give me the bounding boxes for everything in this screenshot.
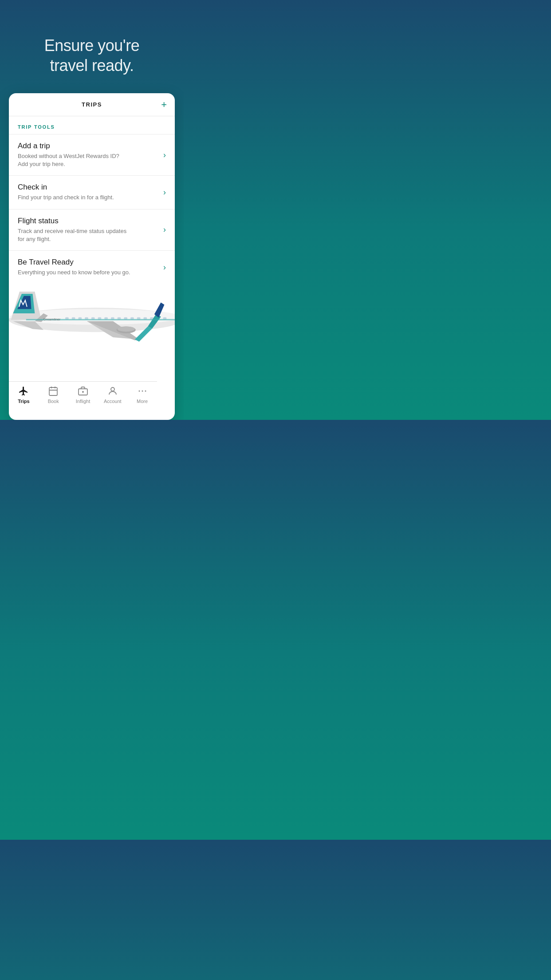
add-trip-button[interactable]: +: [161, 100, 167, 110]
svg-text:Dreamliner: Dreamliner: [43, 317, 61, 321]
inflight-label: Inflight: [76, 399, 90, 404]
main-card: TRIPS + TRIP TOOLS Add a trip Booked wit…: [9, 93, 175, 420]
list-item-add-trip[interactable]: Add a trip Booked without a WestJet Rewa…: [9, 134, 175, 175]
svg-point-29: [111, 387, 114, 391]
check-in-title: Check in: [18, 183, 159, 192]
account-icon: [107, 385, 118, 397]
add-trip-subtitle: Booked without a WestJet Rewards ID?Add …: [18, 152, 159, 168]
svg-point-32: [145, 391, 146, 392]
nav-more[interactable]: More: [127, 385, 157, 404]
be-travel-ready-subtitle: Everything you need to know before you g…: [18, 269, 159, 277]
add-trip-title: Add a trip: [18, 142, 159, 150]
hero-text: Ensure you're travel ready.: [27, 0, 157, 93]
book-icon: [47, 385, 59, 397]
list-item-flight-status[interactable]: Flight status Track and receive real-tim…: [9, 209, 175, 250]
more-label: More: [137, 399, 148, 404]
nav-inflight[interactable]: Inflight: [68, 385, 98, 404]
list-item-check-in[interactable]: Check in Find your trip and check in for…: [9, 175, 175, 209]
card-header: TRIPS +: [9, 93, 175, 116]
bottom-nav: Trips Book Inf: [9, 381, 157, 411]
trips-icon: [18, 385, 29, 397]
nav-trips[interactable]: Trips: [9, 385, 39, 404]
inflight-icon: [77, 385, 89, 397]
svg-point-20: [118, 327, 135, 332]
be-travel-ready-title: Be Travel Ready: [18, 258, 159, 267]
flight-status-title: Flight status: [18, 217, 159, 225]
trips-label: Trips: [18, 399, 29, 404]
chevron-right-icon: ›: [163, 225, 166, 234]
book-label: Book: [48, 399, 59, 404]
nav-book[interactable]: Book: [39, 385, 68, 404]
svg-point-30: [138, 391, 140, 392]
chevron-right-icon: ›: [163, 263, 166, 272]
section-label: TRIP TOOLS: [9, 116, 175, 134]
flight-status-subtitle: Track and receive real-time status updat…: [18, 227, 159, 243]
account-label: Account: [104, 399, 122, 404]
check-in-subtitle: Find your trip and check in for a flight…: [18, 194, 159, 202]
more-icon: [137, 385, 148, 397]
airplane-illustration: Dreamliner: [9, 284, 175, 381]
list-item-be-travel-ready[interactable]: Be Travel Ready Everything you need to k…: [9, 250, 175, 284]
chevron-right-icon: ›: [163, 150, 166, 160]
card-title: TRIPS: [82, 101, 102, 108]
nav-account[interactable]: Account: [98, 385, 127, 404]
svg-rect-22: [49, 387, 57, 395]
chevron-right-icon: ›: [163, 188, 166, 197]
svg-point-31: [142, 391, 143, 392]
